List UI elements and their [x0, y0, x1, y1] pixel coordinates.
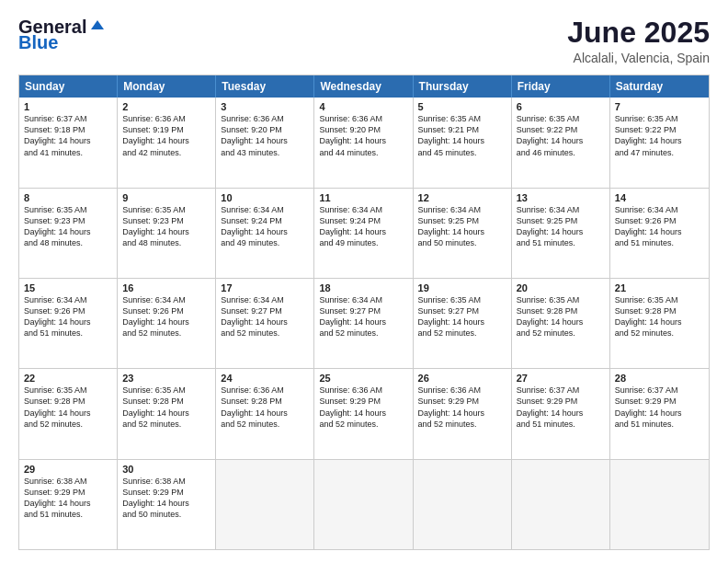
title-section: June 2025 Alcalali, Valencia, Spain — [567, 17, 710, 65]
cell-info-line: Sunrise: 6:36 AM — [221, 385, 309, 396]
cell-info-line: Daylight: 14 hours — [122, 226, 210, 237]
cell-info-line: Daylight: 14 hours — [615, 408, 704, 419]
day-number: 15 — [24, 282, 112, 293]
cell-info-line: Daylight: 14 hours — [517, 226, 605, 237]
cell-info-line: Daylight: 14 hours — [319, 316, 407, 327]
calendar-cell: 29Sunrise: 6:38 AMSunset: 9:29 PMDayligh… — [19, 460, 118, 549]
calendar-row-3: 15Sunrise: 6:34 AMSunset: 9:26 PMDayligh… — [19, 279, 709, 369]
calendar-cell: 4Sunrise: 6:36 AMSunset: 9:20 PMDaylight… — [314, 98, 413, 187]
cell-info-line: Sunset: 9:28 PM — [615, 305, 704, 316]
cell-info-line: Sunrise: 6:34 AM — [24, 294, 112, 305]
cell-info-line: Sunrise: 6:35 AM — [517, 294, 605, 305]
cell-info-line: Sunset: 9:26 PM — [615, 215, 704, 226]
day-number: 26 — [418, 373, 506, 384]
cell-info-line: and 52 minutes. — [418, 419, 506, 430]
day-number: 12 — [418, 192, 506, 203]
day-number: 16 — [122, 282, 210, 293]
cell-info-line: Sunrise: 6:36 AM — [221, 113, 309, 124]
cell-info-line: Sunrise: 6:37 AM — [517, 385, 605, 396]
cell-info-line: and 51 minutes. — [517, 237, 605, 248]
logo: General Blue — [18, 17, 108, 53]
cell-info-line: Sunrise: 6:36 AM — [319, 385, 407, 396]
calendar-cell: 19Sunrise: 6:35 AMSunset: 9:27 PMDayligh… — [414, 279, 512, 368]
cell-info-line: and 49 minutes. — [319, 237, 407, 248]
cell-info-line: Sunset: 9:29 PM — [319, 396, 407, 407]
calendar-cell: 13Sunrise: 6:34 AMSunset: 9:25 PMDayligh… — [512, 189, 610, 278]
cell-info-line: Sunrise: 6:34 AM — [221, 204, 309, 215]
cell-info-line: and 52 minutes. — [221, 419, 309, 430]
day-number: 8 — [24, 192, 112, 203]
day-number: 13 — [517, 192, 605, 203]
calendar-cell: 30Sunrise: 6:38 AMSunset: 9:29 PMDayligh… — [118, 460, 216, 549]
cell-info-line: Sunrise: 6:36 AM — [319, 113, 407, 124]
cell-info-line: Daylight: 14 hours — [319, 408, 407, 419]
cell-info-line: Daylight: 14 hours — [615, 226, 704, 237]
day-number: 20 — [517, 282, 605, 293]
cell-info-line: Daylight: 14 hours — [122, 408, 210, 419]
cell-info-line: Daylight: 14 hours — [221, 316, 309, 327]
cell-info-line: Daylight: 14 hours — [122, 498, 210, 509]
cell-info-line: and 52 minutes. — [418, 327, 506, 339]
calendar-row-1: 1Sunrise: 6:37 AMSunset: 9:18 PMDaylight… — [19, 98, 709, 188]
calendar-row-4: 22Sunrise: 6:35 AMSunset: 9:28 PMDayligh… — [19, 369, 709, 459]
cell-info-line: and 43 minutes. — [221, 147, 309, 158]
cell-info-line: and 52 minutes. — [122, 327, 210, 339]
cell-info-line: Sunset: 9:28 PM — [221, 396, 309, 407]
day-number: 3 — [221, 101, 309, 112]
cell-info-line: Sunset: 9:25 PM — [517, 215, 605, 226]
day-number: 24 — [221, 373, 309, 384]
cell-info-line: and 51 minutes. — [24, 509, 112, 520]
cell-info-line: and 51 minutes. — [24, 327, 112, 339]
calendar-cell: 23Sunrise: 6:35 AMSunset: 9:28 PMDayligh… — [118, 369, 216, 458]
cell-info-line: Sunset: 9:20 PM — [221, 124, 309, 135]
cell-info-line: Sunset: 9:24 PM — [319, 215, 407, 226]
cell-info-line: and 41 minutes. — [24, 147, 112, 158]
cell-info-line: Daylight: 14 hours — [418, 135, 506, 146]
cell-info-line: and 46 minutes. — [517, 147, 605, 158]
cell-info-line: Sunrise: 6:37 AM — [24, 113, 112, 124]
cell-info-line: Sunrise: 6:35 AM — [615, 294, 704, 305]
calendar-cell: 3Sunrise: 6:36 AMSunset: 9:20 PMDaylight… — [216, 98, 314, 187]
calendar-cell: 1Sunrise: 6:37 AMSunset: 9:18 PMDaylight… — [19, 98, 118, 187]
calendar-cell: 12Sunrise: 6:34 AMSunset: 9:25 PMDayligh… — [414, 189, 512, 278]
cell-info-line: Daylight: 14 hours — [615, 135, 704, 146]
calendar-cell: 9Sunrise: 6:35 AMSunset: 9:23 PMDaylight… — [118, 189, 216, 278]
cell-info-line: Daylight: 14 hours — [221, 408, 309, 419]
header-day-monday: Monday — [118, 75, 216, 98]
cell-info-line: Sunset: 9:19 PM — [122, 124, 210, 135]
header-day-tuesday: Tuesday — [216, 75, 314, 98]
calendar-header: SundayMondayTuesdayWednesdayThursdayFrid… — [19, 75, 709, 98]
cell-info-line: Sunset: 9:23 PM — [122, 215, 210, 226]
cell-info-line: Sunrise: 6:36 AM — [122, 113, 210, 124]
cell-info-line: and 52 minutes. — [319, 419, 407, 430]
cell-info-line: Daylight: 14 hours — [517, 316, 605, 327]
calendar-cell: 10Sunrise: 6:34 AMSunset: 9:24 PMDayligh… — [216, 189, 314, 278]
calendar-cell: 18Sunrise: 6:34 AMSunset: 9:27 PMDayligh… — [314, 279, 413, 368]
day-number: 23 — [122, 373, 210, 384]
header-day-wednesday: Wednesday — [314, 75, 413, 98]
calendar-cell: 25Sunrise: 6:36 AMSunset: 9:29 PMDayligh… — [314, 369, 413, 458]
calendar-cell: 20Sunrise: 6:35 AMSunset: 9:28 PMDayligh… — [512, 279, 610, 368]
cell-info-line: Daylight: 14 hours — [122, 135, 210, 146]
cell-info-line: Sunrise: 6:35 AM — [517, 113, 605, 124]
calendar-cell: 16Sunrise: 6:34 AMSunset: 9:26 PMDayligh… — [118, 279, 216, 368]
cell-info-line: and 52 minutes. — [615, 327, 704, 339]
cell-info-line: Sunrise: 6:35 AM — [24, 385, 112, 396]
cell-info-line: Sunset: 9:20 PM — [319, 124, 407, 135]
cell-info-line: Daylight: 14 hours — [517, 135, 605, 146]
header-day-friday: Friday — [512, 75, 610, 98]
cell-info-line: and 52 minutes. — [517, 327, 605, 339]
cell-info-line: Daylight: 14 hours — [517, 408, 605, 419]
cell-info-line: Sunrise: 6:34 AM — [319, 204, 407, 215]
cell-info-line: Sunrise: 6:36 AM — [418, 385, 506, 396]
calendar-cell: 7Sunrise: 6:35 AMSunset: 9:22 PMDaylight… — [610, 98, 709, 187]
logo-blue-text: Blue — [18, 32, 58, 53]
cell-info-line: Daylight: 14 hours — [221, 226, 309, 237]
header-day-saturday: Saturday — [610, 75, 709, 98]
header-day-thursday: Thursday — [414, 75, 512, 98]
cell-info-line: Sunset: 9:29 PM — [615, 396, 704, 407]
calendar-cell: 8Sunrise: 6:35 AMSunset: 9:23 PMDaylight… — [19, 189, 118, 278]
calendar-cell — [512, 460, 610, 549]
cell-info-line: Sunset: 9:26 PM — [122, 305, 210, 316]
cell-info-line: Sunrise: 6:34 AM — [418, 204, 506, 215]
